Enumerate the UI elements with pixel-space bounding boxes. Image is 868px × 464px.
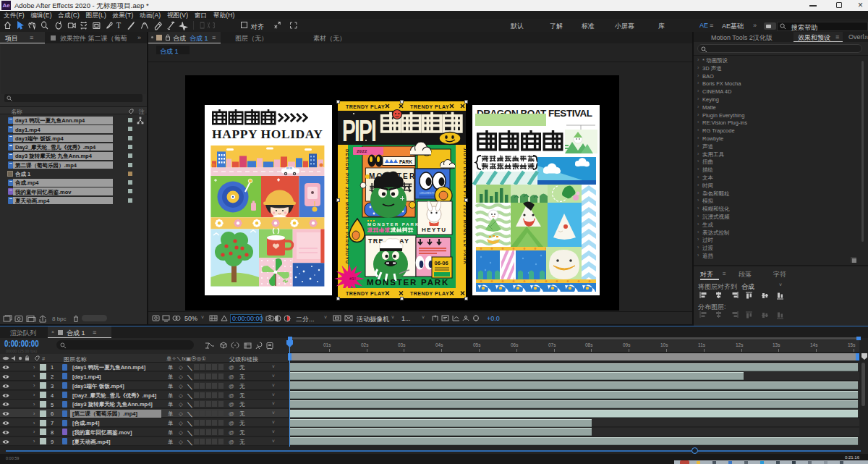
svg-text:TRENDY PLAY: TRENDY PLAY xyxy=(410,291,449,296)
svg-text:PIPI: PIPI xyxy=(342,113,375,148)
svg-text:#1!: #1! xyxy=(349,277,356,281)
svg-text:TRENDY PLAY: TRENDY PLAY xyxy=(346,104,385,109)
svg-text:TRENDY PLAY: TRENDY PLAY xyxy=(346,291,385,296)
svg-text:T: T xyxy=(116,21,121,30)
svg-text:HAPPY HOLIDAY: HAPPY HOLIDAY xyxy=(212,127,323,141)
svg-text:MONSTER PARK: MONSTER PARK xyxy=(367,278,449,287)
svg-text:TRENDY PLAY: TRENDY PLAY xyxy=(410,104,449,109)
svg-text:MONSTER PARK: MONSTER PARK xyxy=(367,222,420,227)
svg-text:06-06: 06-06 xyxy=(435,260,448,266)
svg-text:PARK: PARK xyxy=(399,159,412,164)
svg-text:DESIGN PIPI 2023 MONSTER PARKJ: DESIGN PIPI 2023 MONSTER PARKJIUYU xyxy=(345,149,349,264)
svg-text:2022: 2022 xyxy=(357,149,367,154)
svg-text:JIUYU DESIGN PIPI 2023 MONSTER: JIUYU DESIGN PIPI 2023 MONSTER PARK xyxy=(463,148,467,265)
svg-text:HEYTU: HEYTU xyxy=(422,227,447,233)
